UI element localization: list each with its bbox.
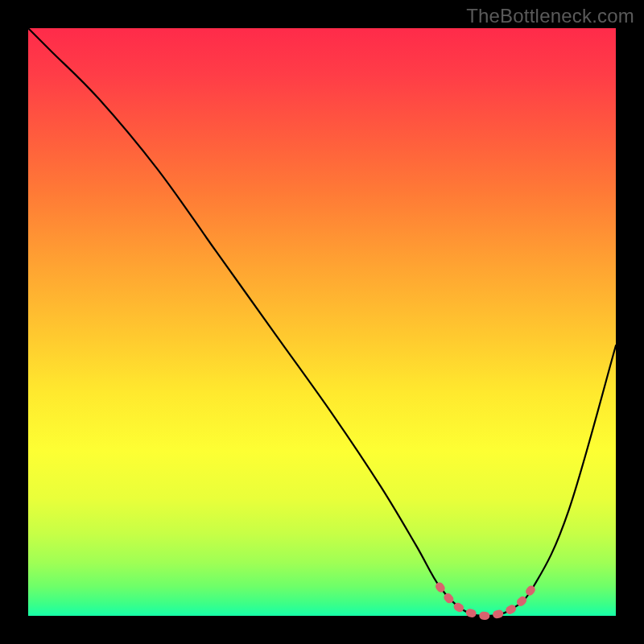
watermark-text: TheBottleneck.com — [466, 5, 634, 27]
curve-svg — [28, 28, 616, 616]
chart-container: TheBottleneck.com — [0, 0, 644, 644]
optimal-range-highlight — [440, 587, 534, 617]
bottleneck-curve — [28, 28, 616, 616]
plot-area — [28, 28, 616, 616]
